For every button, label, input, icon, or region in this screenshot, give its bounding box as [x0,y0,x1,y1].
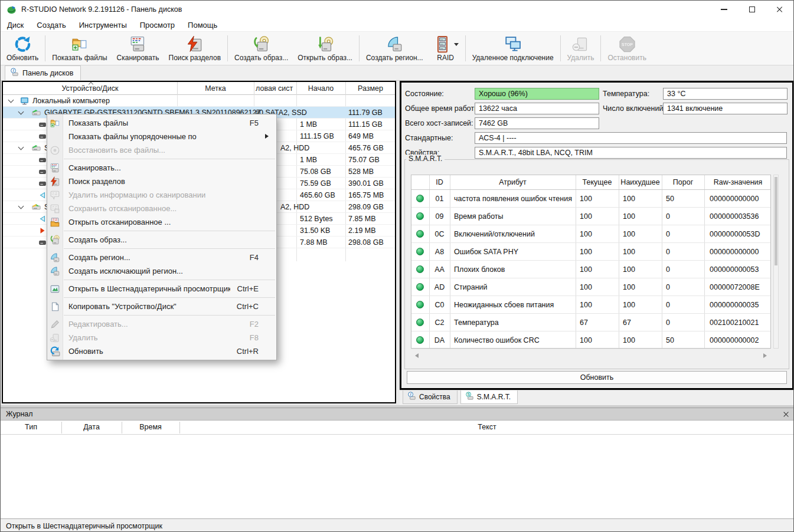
smart-cell: 50 [666,195,674,203]
context-menu-item-5[interactable]: Поиск разделов [47,175,276,188]
toolbar-button-show-files[interactable]: Показать файлы [47,32,112,64]
log-column-0[interactable]: Тип [1,423,61,431]
smart-cell: 000000003536 [710,212,759,221]
scroll-left-icon[interactable] [413,353,419,358]
partition-icon [38,156,47,164]
smart-cell: 100 [623,283,635,291]
toolbar-button-scan[interactable]: Сканировать [112,32,164,64]
smart-row[interactable]: 0CВключений/отключений100100000000000053… [411,225,770,243]
field-value-3[interactable]: 1341 включение [663,103,788,114]
context-menu-item-21[interactable]: ОбновитьCtrl+R [47,344,276,358]
smart-cell: 00000000053D [710,230,760,238]
field-label-5: Стандартные: [405,134,453,142]
field-value-0[interactable]: Хорошо (96%) [475,88,599,100]
toolbar-button-create-region[interactable]: Создать регион... [361,32,428,64]
smart-row[interactable]: 09Время работы1001000000000003536 [411,208,770,225]
context-menu-item-12[interactable]: Создать регион...F4 [47,251,276,264]
find-partitions-icon [185,35,204,53]
smart-cell: 50 [666,336,674,344]
smart-cell: C0 [429,301,450,309]
scrollbar-thumb[interactable] [775,177,777,265]
scroll-right-icon[interactable] [763,353,769,358]
menubar-item-1[interactable]: Создать [30,19,72,31]
dropdown-caret-icon[interactable] [454,43,459,48]
menubar-item-3[interactable]: Просмотр [133,19,181,31]
column-header-1[interactable]: Метка [177,84,254,93]
log-column-1[interactable]: Дата [61,423,122,431]
toolbar-button-label: Показать файлы [52,54,107,62]
tab-smart[interactable]: SS.M.A.R.T. [460,390,518,404]
toolbar-separator [359,35,360,61]
app-window: R-STUDIO Network 9.2.191126 - Панель дис… [0,0,794,532]
chevron-down-icon[interactable] [8,97,14,103]
smart-horizontal-scrollbar[interactable] [411,351,771,360]
smart-col-0[interactable]: ID [429,178,450,186]
tab-label: S.M.A.R.T. [477,393,511,401]
partition-cyan-icon [38,191,47,199]
computer-icon [19,96,30,106]
smart-row[interactable]: C0Неожиданных сбоев питания1001000000000… [411,296,770,314]
context-menu-item-0[interactable]: Показать файлыF5 [47,116,276,130]
field-value-1[interactable]: 33 °C [663,88,788,100]
menu-item-label: Показать файлы [68,119,243,127]
menubar-item-2[interactable]: Инструменты [73,19,133,31]
close-button[interactable] [766,1,793,18]
create-image-icon [50,234,61,245]
svg-text:STOP: STOP [622,42,633,46]
smart-cell: 000000000000 [710,195,759,203]
smart-vertical-scrollbar[interactable] [773,175,779,349]
menubar-item-4[interactable]: Помощь [181,19,224,31]
chevron-down-icon[interactable] [18,109,24,115]
tab-свойства[interactable]: iСвойства [403,390,458,404]
smart-col-2[interactable]: Текущее [576,178,619,186]
menu-item-label: Создать образ... [68,235,259,244]
context-menu-item-17[interactable]: Копировать "Устройство/Диск"Ctrl+C [47,300,276,313]
column-header-3[interactable]: Начало [296,84,345,93]
context-menu-item-1[interactable]: Показать файлы упорядоченные по [47,130,276,143]
smart-col-1[interactable]: Атрибут [450,178,576,186]
smart-row[interactable]: 01частота появления ошибок чтения1001005… [411,190,770,208]
smart-row[interactable]: DAКоличество ошибок CRC10010050000000000… [411,331,770,349]
field-value-6[interactable]: S.M.A.R.T., 48bit LBA, NCQ, TRIM [475,147,787,159]
context-menu-item-10[interactable]: Создать образ... [47,233,276,247]
maximize-button[interactable] [738,1,766,18]
disk-row[interactable]: Локальный компьютер [3,95,395,107]
smart-row[interactable]: ADСтираний100100000000072008E [411,278,770,296]
minimize-button[interactable] [710,1,738,18]
tab-disk-panel[interactable]: i Панель дисков [5,65,81,80]
menu-separator [64,297,275,298]
column-header-2[interactable]: ловая сист [254,84,296,93]
chevron-down-icon[interactable] [18,203,24,209]
field-value-5[interactable]: ACS-4 | ---- [475,132,787,144]
log-column-3[interactable]: Текст [179,423,794,431]
toolbar-button-refresh[interactable]: Обновить [2,32,43,64]
toolbar-button-open-image[interactable]: Открыть образ... [293,32,357,64]
show-files-icon [70,35,89,53]
smart-col-3[interactable]: Наихудшее [619,178,662,186]
log-column-2[interactable]: Время [122,423,179,431]
log-close-icon[interactable] [783,411,789,418]
column-header-4[interactable]: Размер [345,84,396,93]
open-scan-icon [50,216,61,228]
context-menu-item-13[interactable]: Создать исключающий регион... [47,264,276,278]
context-menu-item-4[interactable]: Сканировать... [47,161,276,175]
smart-col-4[interactable]: Порог [662,178,704,186]
smart-cell: Стираний [454,283,488,291]
smart-refresh-button[interactable]: Обновить [407,371,787,384]
toolbar-button-find-partitions[interactable]: Поиск разделов [164,32,226,64]
field-value-4[interactable]: 7462 GB [475,117,599,129]
smart-row[interactable]: C2Температура67670002100210021 [411,314,770,331]
toolbar-button-create-image[interactable]: Создать образ... [230,32,293,64]
chevron-down-icon[interactable] [18,145,24,150]
context-menu-item-15[interactable]: Открыть в Шестнадцатеричный просмотрщик.… [47,282,276,295]
toolbar-button-raid[interactable]: RAID [428,32,463,64]
smart-col-5[interactable]: Raw-значения [704,178,772,186]
toolbar-button-remote-connection[interactable]: Удаленное подключение [468,32,558,64]
smart-row[interactable]: A8Ошибок SATA PHY1001000000000000000 [411,243,770,261]
menubar-item-0[interactable]: Диск [1,19,30,31]
field-value-2[interactable]: 13622 часа [475,103,599,114]
delete-icon [50,332,61,343]
smart-row[interactable]: AAПлохих блоков1001000000000000053 [411,261,770,278]
menu-item-label: Редактировать... [68,320,243,329]
context-menu-item-8[interactable]: Открыть отсканированное ... [47,215,276,229]
